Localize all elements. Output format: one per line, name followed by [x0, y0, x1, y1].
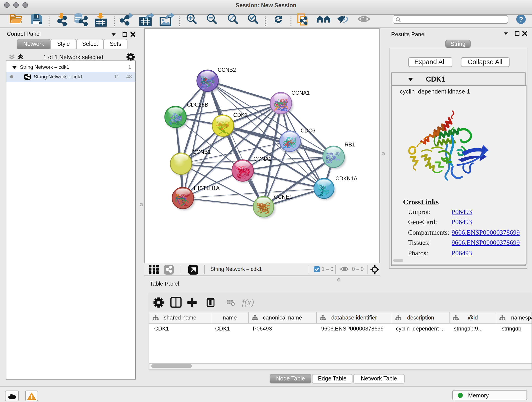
svg-text:HIST1H1A: HIST1H1A: [194, 185, 220, 191]
svg-text:CDC6: CDC6: [301, 128, 315, 134]
svg-text:CCNA1: CCNA1: [291, 90, 310, 96]
svg-text:CDKN1A: CDKN1A: [336, 176, 357, 182]
svg-text:CCNE1: CCNE1: [274, 194, 292, 200]
svg-text:CCNB2: CCNB2: [218, 67, 236, 73]
svg-text:f(x): f(x): [242, 298, 254, 307]
svg-text:CDK1: CDK1: [233, 112, 248, 118]
svg-text:?: ?: [519, 15, 523, 23]
svg-text:RB1: RB1: [345, 142, 355, 148]
svg-text:CDC25B: CDC25B: [187, 102, 208, 108]
svg-text:CCNA2: CCNA2: [253, 156, 272, 162]
svg-text:CCNB1: CCNB1: [192, 149, 211, 155]
